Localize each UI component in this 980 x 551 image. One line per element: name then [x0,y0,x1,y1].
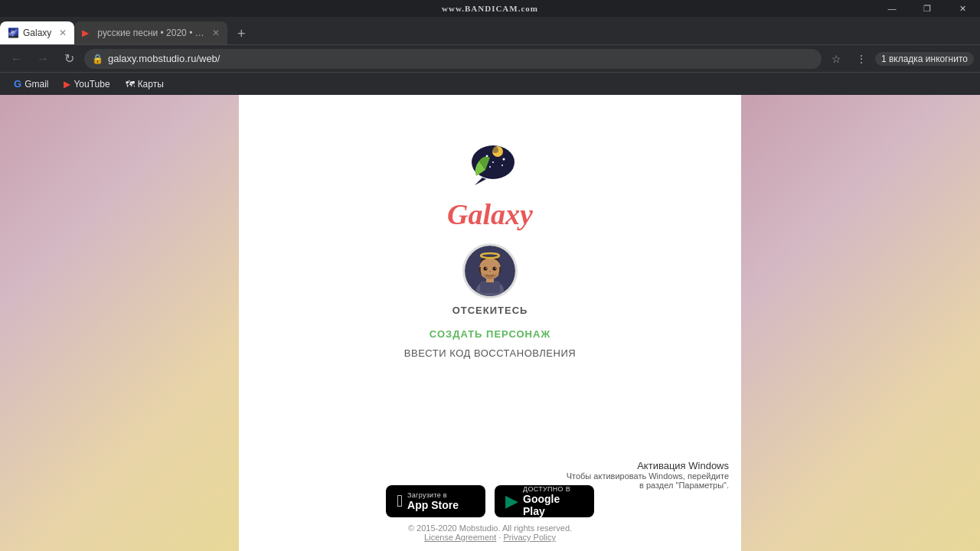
apple-icon:  [397,491,403,511]
svg-rect-11 [480,281,500,293]
reload-button[interactable]: ↻ [58,48,80,70]
create-character-link[interactable]: СОЗДАТЬ ПЕРСОНАЖ [430,328,550,340]
url-text: galaxy.mobstudio.ru/web/ [108,53,814,64]
tab-galaxy-close[interactable]: ✕ [59,28,67,38]
page-background: Galaxy [0,95,980,551]
svg-point-16 [485,268,487,269]
tab-galaxy-favicon: 🌌 [8,28,18,38]
avatar[interactable] [462,243,518,298]
google-play-big-text: Google Play [523,493,583,517]
youtube-favicon: ▶ [64,79,70,90]
tab-music-label: русские песни • 2020 • нов... [97,28,204,38]
tab-music-favicon: ▶ [82,28,93,38]
back-button[interactable]: ← [6,48,28,70]
google-play-text: ДОСТУПНО В Google Play [523,485,583,517]
maps-favicon: 🗺 [126,79,135,90]
gmail-favicon: G [14,78,21,90]
galaxy-logo-icon [459,133,521,194]
footer-copyright: © 2015-2020 Mobstudio. All rights reserv… [408,523,572,533]
store-buttons:  Загрузите в App Store ▶ ДОСТУПНО В Goo… [386,485,594,517]
google-play-button[interactable]: ▶ ДОСТУПНО В Google Play [495,485,594,517]
logo-section: Galaxy [447,133,533,231]
privacy-policy-link[interactable]: Privacy Policy [503,533,555,542]
url-bar[interactable]: 🔒 galaxy.mobstudio.ru/web/ [84,49,822,69]
app-store-small-text: Загрузите в [407,491,459,499]
svg-point-4 [503,158,505,161]
bookmark-maps[interactable]: 🗺 Карты [119,77,170,91]
tab-galaxy[interactable]: 🌌 Galaxy ✕ [0,21,74,44]
svg-point-6 [501,165,503,166]
side-gradient-right [741,95,980,551]
bookmark-maps-label: Карты [138,79,164,90]
avatar-image [465,246,515,296]
app-store-button[interactable]:  Загрузите в App Store [386,485,485,517]
galaxy-logo-text: Galaxy [447,197,533,231]
tab-music[interactable]: ▶ русские песни • 2020 • нов... ✕ [74,21,227,44]
main-content: Galaxy [239,95,741,551]
avatar-section: ОТСЕКИТЕСЬ [452,243,528,316]
minimize-button[interactable]: — [874,0,910,17]
bookmark-youtube-label: YouTube [74,79,109,90]
tab-galaxy-label: Galaxy [23,28,51,38]
footer-links: License Agreement · Privacy Policy [424,533,556,542]
app-store-big-text: App Store [407,499,459,511]
svg-point-3 [492,161,494,163]
title-bar: www.BANDICAM.com — ❐ ✕ [0,0,980,17]
window-controls: — ❐ ✕ [874,0,980,17]
lock-icon: 🔒 [92,54,103,64]
title-bar-text: www.BANDICAM.com [442,4,538,13]
footer-separator: · [498,533,501,542]
bookmark-youtube[interactable]: ▶ YouTube [57,77,116,91]
side-gradient-left [0,95,239,551]
tab-music-close[interactable]: ✕ [212,28,220,38]
svg-point-8 [492,147,498,153]
bookmark-gmail-label: Gmail [24,79,48,90]
browser-menu-icon[interactable]: ⋮ [851,48,872,70]
restore-code-link[interactable]: ВВЕСТИ КОД ВОССТАНОВЛЕНИЯ [404,347,576,359]
new-tab-button[interactable]: + [230,23,252,44]
license-agreement-link[interactable]: License Agreement [424,533,496,542]
incognito-info[interactable]: 1 вкладка инкогнито [875,52,974,66]
close-button[interactable]: ✕ [945,0,980,17]
tab-bar: 🌌 Galaxy ✕ ▶ русские песни • 2020 • нов.… [0,17,980,44]
windows-activation-title: Активация Windows [560,460,729,471]
bookmark-star-icon[interactable]: ☆ [826,48,848,70]
address-bar: ← → ↻ 🔒 galaxy.mobstudio.ru/web/ ☆ ⋮ 1 в… [0,44,980,72]
username-label: ОТСЕКИТЕСЬ [452,305,528,316]
maximize-button[interactable]: ❐ [910,0,945,17]
address-right: ☆ ⋮ 1 вкладка инкогнито [826,48,974,70]
bookmark-gmail[interactable]: G Gmail [8,77,54,91]
bookmarks-bar: G Gmail ▶ YouTube 🗺 Карты [0,72,980,95]
google-play-small-text: ДОСТУПНО В [523,485,583,493]
svg-point-5 [489,166,491,168]
google-play-icon: ▶ [505,491,518,511]
forward-button[interactable]: → [32,48,54,70]
svg-point-17 [495,268,496,269]
app-store-text: Загрузите в App Store [407,491,459,511]
footer-section:  Загрузите в App Store ▶ ДОСТУПНО В Goo… [239,485,741,551]
